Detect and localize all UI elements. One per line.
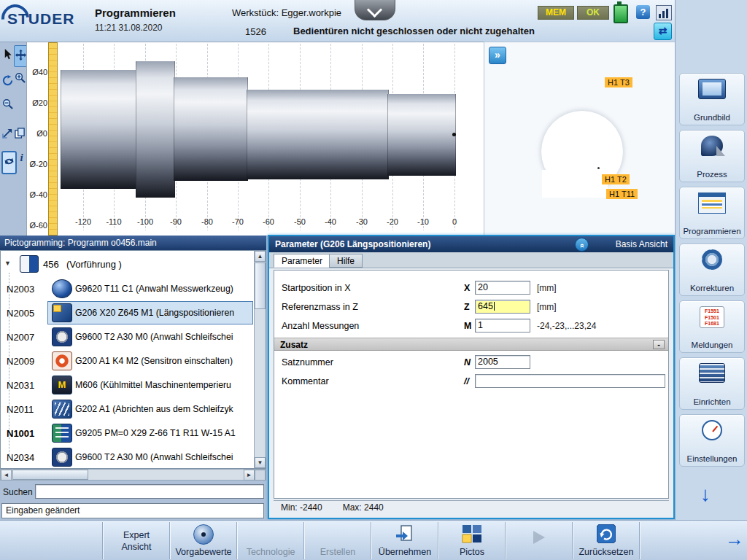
status-message: Eingaben geändert — [1, 503, 264, 518]
scrollbar-thumb[interactable] — [255, 262, 266, 309]
search-input[interactable] — [35, 484, 264, 499]
max-limit: Max: 2440 — [343, 502, 384, 513]
collapse-dialog-button[interactable]: » — [575, 238, 589, 252]
fit-view-tool-button[interactable] — [1, 124, 14, 144]
parameter-dialog: Parameter (G206 Längspositionieren) » Ba… — [268, 235, 675, 519]
sidebar-item-programmieren[interactable]: Programmieren — [679, 187, 745, 239]
sidebar-item-grundbild[interactable]: Grundbild — [679, 73, 745, 125]
technologie-button[interactable]: Technologie — [237, 521, 304, 560]
gear-icon — [702, 249, 722, 270]
field-letter: N — [464, 357, 471, 368]
zoom-out-tool-button[interactable] — [1, 95, 14, 115]
programming-icon — [698, 192, 726, 214]
header-pulldown-button[interactable] — [355, 0, 395, 20]
zero-point-marker — [452, 133, 456, 136]
uebernehmen-button[interactable]: Übernehmen — [371, 521, 438, 560]
block-text: G9205 PM=0 X29 Z-66 T1 R11 W-15 A1 — [75, 428, 250, 438]
softkey-sidebar: Grundbild Prozess Programmieren Korrektu… — [675, 0, 747, 520]
program-panel-title: Pictogramming: Programm o0456.main — [0, 236, 266, 250]
program-row-n2003[interactable]: N2003 G9620 T11 C1 (Anwahl Messwerkzeug) — [1, 277, 253, 300]
horizontal-scrollbar[interactable]: ◄ ► — [0, 469, 266, 481]
field-label: Satznummer — [282, 357, 333, 368]
program-row-n1001[interactable]: N1001 G9205 PM=0 X29 Z-66 T1 R11 W-15 A1 — [1, 421, 253, 445]
referenzmass-z-input[interactable]: 645 — [475, 300, 530, 314]
disabled-transfer-button[interactable] — [506, 521, 573, 560]
anzahl-messungen-input[interactable]: 1 — [475, 319, 530, 332]
zuruecksetzen-button[interactable]: Zurücksetzen — [573, 521, 640, 560]
x-axis-label: -10 — [411, 217, 436, 226]
workpiece-section — [174, 77, 248, 181]
rotate-tool-button[interactable] — [1, 71, 14, 92]
grinding-wheel-icon — [52, 327, 72, 346]
page-title: Programmieren — [95, 7, 176, 19]
tab-parameter[interactable]: Parameter — [274, 254, 330, 268]
program-row-n2034[interactable]: N2034 G9600 T2 A30 M0 (Anwahl Schleifsch… — [1, 446, 253, 469]
select-tool-button[interactable] — [1, 45, 14, 66]
program-row-n2011[interactable]: N2011 G202 A1 (Abrichten aus dem Schleif… — [1, 397, 253, 421]
info-icon: i — [20, 152, 23, 163]
kommentar-input[interactable] — [475, 374, 665, 388]
sidebar-more-button[interactable]: ↓ — [700, 483, 711, 506]
scrollbar-thumb[interactable] — [12, 470, 88, 480]
field-unit: [mm] — [537, 302, 557, 312]
mem-badge: MEM — [538, 6, 574, 20]
axis-letter: M — [464, 321, 471, 331]
workpiece-section — [61, 70, 137, 189]
screen-swap-button[interactable]: ⇄ — [654, 23, 672, 40]
block-text: M606 (Kühlmittel Maschinentemperieru — [75, 380, 250, 390]
workpiece-label: Werkstück: Egger.workpie — [232, 7, 341, 18]
workpiece-outline-graphic — [542, 170, 608, 198]
tab-hilfe[interactable]: Hilfe — [329, 254, 363, 268]
view-mode-label: Basis Ansicht — [616, 236, 667, 252]
sidebar-item-prozess[interactable]: Prozess — [679, 130, 745, 182]
collapse-section-button[interactable]: - — [653, 340, 665, 349]
zoom-in-icon — [15, 72, 26, 84]
startposition-x-input[interactable]: 20 — [475, 281, 530, 295]
field-unit: [mm] — [537, 283, 557, 293]
program-row-n2009[interactable]: N2009 G200 A1 K4 M2 (Sensitron einschalt… — [1, 349, 253, 373]
program-row-n2005-selected[interactable]: N2005 G206 X20 Z645 M1 (Längspositionier… — [1, 301, 253, 324]
copy-view-tool-button[interactable] — [14, 124, 26, 144]
expert-ansicht-button[interactable]: Expert Ansicht — [103, 521, 170, 560]
next-softkeys-button[interactable]: → — [725, 528, 744, 551]
vertical-scrollbar[interactable]: ▲ ▼ — [254, 251, 266, 468]
expand-panel-button[interactable]: » — [489, 47, 506, 64]
program-root-row[interactable]: ▼ 456 (Vorführung ) — [1, 253, 253, 276]
workpiece-graphic-panel[interactable]: Ø40 Ø20 Ø0 Ø-20 Ø-40 Ø-60 -120 -110 -100… — [26, 42, 484, 236]
block-text: G200 A1 K4 M2 (Sensitron einschalten) — [75, 356, 250, 366]
setup-icon — [699, 363, 725, 383]
sidebar-item-korrekturen[interactable]: Korrekturen — [679, 244, 745, 296]
program-row-n2007[interactable]: N2007 G9600 T2 A30 M0 (Anwahl Schleifsch… — [1, 325, 253, 349]
erstellen-button[interactable]: Erstellen — [304, 521, 371, 560]
chevron-up-icon: » — [576, 244, 588, 248]
block-text: G9600 T2 A30 M0 (Anwahl Schleifschei — [75, 332, 250, 342]
y-axis-label: Ø-40 — [28, 190, 47, 199]
satznummer-input[interactable]: 2005 — [475, 355, 530, 369]
tree-expanded-icon[interactable]: ▼ — [4, 260, 11, 267]
refresh-tool-button[interactable] — [1, 151, 17, 174]
pointer-icon — [3, 49, 12, 60]
field-range: -24,-23,...23,24 — [537, 321, 596, 331]
x-axis-label: -40 — [318, 217, 343, 226]
pictos-grid-icon — [462, 524, 482, 543]
sidebar-item-meldungen[interactable]: F1551 F1501 F1681 Meldungen — [679, 300, 745, 353]
header-bar: STUDER Programmieren 11:21 31.08.2020 We… — [0, 0, 747, 42]
program-number: 456 — [43, 259, 59, 270]
scroll-right-button[interactable]: ► — [244, 470, 255, 481]
monitor-icon — [698, 79, 726, 99]
scroll-up-button[interactable]: ▲ — [255, 251, 266, 262]
alarm-message: Bedientüren nicht geschlossen oder nicht… — [293, 26, 535, 36]
sidebar-item-einrichten[interactable]: Einrichten — [679, 357, 745, 410]
vorgabewerte-button[interactable]: Vorgabewerte — [170, 521, 237, 560]
pictos-button[interactable]: Pictos — [438, 521, 506, 560]
sidebar-item-einstellungen[interactable]: Einstellungen — [679, 414, 745, 467]
program-block-list: ▼ 456 (Vorführung ) N2003 G9620 T11 C1 (… — [0, 250, 266, 469]
scroll-left-button[interactable]: ◄ — [1, 470, 12, 481]
workpiece-section — [247, 90, 389, 179]
program-row-n2031[interactable]: N2031 M M606 (Kühlmittel Maschinentemper… — [1, 373, 253, 397]
sensitron-icon — [52, 351, 72, 370]
block-number: N1001 — [7, 428, 34, 439]
section-label: Zusatz — [280, 340, 308, 350]
zoom-in-tool-button[interactable] — [14, 69, 26, 89]
scroll-down-button[interactable]: ▼ — [255, 457, 266, 468]
